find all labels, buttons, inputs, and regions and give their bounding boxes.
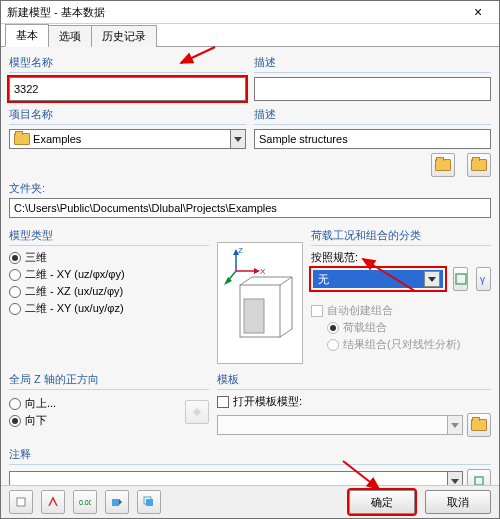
footer-btn-5[interactable] xyxy=(137,490,161,514)
standard-value: 无 xyxy=(318,272,329,287)
svg-rect-17 xyxy=(475,477,483,485)
model-type-label: 模型类型 xyxy=(9,228,209,243)
chevron-down-icon[interactable] xyxy=(230,129,246,149)
radio-2d-xz[interactable]: 二维 - XZ (ux/uz/φy) xyxy=(9,284,209,299)
project-name-value: Examples xyxy=(33,133,81,145)
radio-2d-xy-1[interactable]: 二维 - XY (uz/φx/φy) xyxy=(9,267,209,282)
standard-info-button[interactable]: γ xyxy=(476,267,491,291)
ok-button[interactable]: 确定 xyxy=(349,490,415,514)
load-label: 荷载工况和组合的分类 xyxy=(311,228,491,243)
radio-z-up[interactable]: 向上... xyxy=(9,396,177,411)
description-label: 描述 xyxy=(254,55,491,70)
project-name-label: 项目名称 xyxy=(9,107,246,122)
model-name-input[interactable]: 3322 xyxy=(9,77,246,101)
svg-text:Z: Z xyxy=(238,246,243,255)
cancel-button[interactable]: 取消 xyxy=(425,490,491,514)
svg-text:γ: γ xyxy=(480,274,485,285)
svg-rect-20 xyxy=(112,499,119,506)
footer-btn-3[interactable]: 0.00 xyxy=(73,490,97,514)
folder-path-input[interactable]: C:\Users\Public\Documents\Dlubal\Project… xyxy=(9,198,491,218)
project-desc-input[interactable]: Sample structures xyxy=(254,129,491,149)
chevron-down-icon[interactable] xyxy=(447,471,463,485)
radio-result-combo: 结果组合(只对线性分析) xyxy=(327,337,491,352)
project-desc-value: Sample structures xyxy=(259,133,348,145)
template-combo xyxy=(217,415,463,435)
project-desc-label: 描述 xyxy=(254,107,491,122)
folder-icon xyxy=(14,133,30,145)
check-auto-combo: 自动创建组合 xyxy=(311,303,491,318)
project-name-combo[interactable]: Examples xyxy=(9,129,246,149)
svg-rect-14 xyxy=(244,299,264,333)
radio-z-down[interactable]: 向下 xyxy=(9,413,177,428)
close-icon[interactable]: × xyxy=(463,5,493,19)
chevron-down-icon xyxy=(447,415,463,435)
tab-options[interactable]: 选项 xyxy=(48,25,92,47)
standard-combo[interactable]: 无 xyxy=(313,270,443,288)
check-open-template[interactable]: 打开模板模型: xyxy=(217,394,491,409)
folder-open-button[interactable] xyxy=(431,153,455,177)
chevron-down-icon[interactable] xyxy=(424,271,440,287)
svg-rect-15 xyxy=(456,274,466,284)
folder-path-value: C:\Users\Public\Documents\Dlubal\Project… xyxy=(14,202,277,214)
standard-label: 按照规范: xyxy=(311,250,491,265)
svg-line-10 xyxy=(280,277,292,285)
template-label: 模板 xyxy=(217,372,491,387)
comment-combo[interactable] xyxy=(9,471,463,485)
radio-3d[interactable]: 三维 xyxy=(9,250,209,265)
footer: 0.00 确定 取消 xyxy=(1,485,499,518)
description-input[interactable] xyxy=(254,77,491,101)
footer-btn-1[interactable] xyxy=(9,490,33,514)
svg-text:X: X xyxy=(260,267,266,276)
footer-btn-4[interactable] xyxy=(105,490,129,514)
svg-line-13 xyxy=(280,329,292,337)
svg-rect-18 xyxy=(17,498,25,506)
tab-strip: 基本 选项 历史记录 xyxy=(1,24,499,47)
radio-load-combo: 荷载组合 xyxy=(327,320,491,335)
comment-label: 注释 xyxy=(9,447,491,462)
zaxis-preview-button xyxy=(185,400,209,424)
model-name-value: 3322 xyxy=(14,83,38,95)
radio-2d-xy-2[interactable]: 二维 - XY (ux/uy/φz) xyxy=(9,301,209,316)
tab-history[interactable]: 历史记录 xyxy=(91,25,157,47)
folder-browse-button[interactable] xyxy=(467,153,491,177)
zaxis-label: 全局 Z 轴的正方向 xyxy=(9,372,209,387)
standard-settings-button[interactable] xyxy=(453,267,468,291)
folder-label: 文件夹: xyxy=(9,181,491,196)
svg-line-9 xyxy=(240,277,252,285)
model-name-label: 模型名称 xyxy=(9,55,246,70)
model-preview: X Z xyxy=(217,242,303,364)
template-browse-button[interactable] xyxy=(467,413,491,437)
footer-btn-2[interactable] xyxy=(41,490,65,514)
titlebar: 新建模型 - 基本数据 × xyxy=(1,1,499,24)
tab-basic[interactable]: 基本 xyxy=(5,24,49,47)
svg-text:0.00: 0.00 xyxy=(79,499,91,506)
comment-pick-button[interactable] xyxy=(467,469,491,485)
svg-rect-21 xyxy=(146,499,153,506)
window-title: 新建模型 - 基本数据 xyxy=(7,5,463,20)
